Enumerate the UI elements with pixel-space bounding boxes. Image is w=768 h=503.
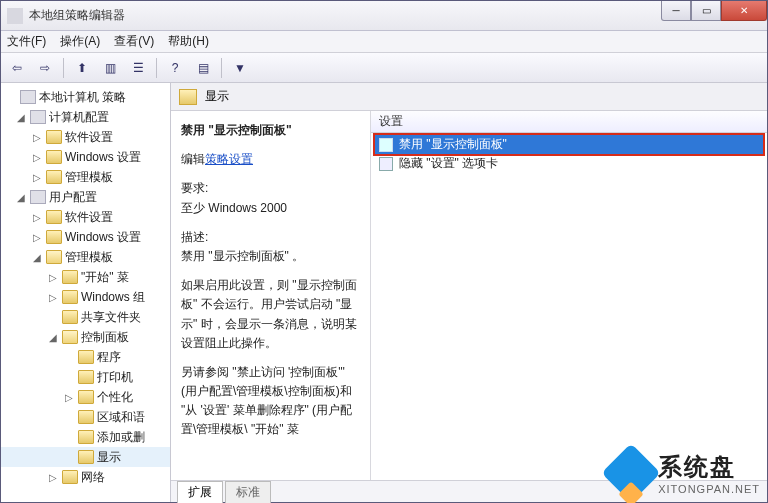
tree-computer-config[interactable]: ◢计算机配置 [1,107,170,127]
list-item-disable-display-cp[interactable]: 禁用 "显示控制面板" [375,135,763,154]
policy-item-icon [379,138,393,152]
tree-item[interactable]: 打印机 [1,367,170,387]
edit-policy-link[interactable]: 策略设置 [205,152,253,166]
policy-icon [20,90,36,104]
content-header: 显示 [171,83,767,111]
tree-item[interactable]: 区域和语 [1,407,170,427]
export-button[interactable]: ▤ [191,56,215,80]
filter-button[interactable]: ▼ [228,56,252,80]
view-tabs: 扩展 标准 [171,480,767,502]
tree-control-panel[interactable]: ◢控制面板 [1,327,170,347]
tree-display[interactable]: 显示 [1,447,170,467]
folder-icon [62,310,78,324]
folder-icon [46,230,62,244]
tree-item[interactable]: ▷Windows 设置 [1,147,170,167]
folder-icon [78,350,94,364]
menu-file[interactable]: 文件(F) [7,33,46,50]
tree-panel: 本地计算机 策略 ◢计算机配置 ▷软件设置 ▷Windows 设置 ▷管理模板 … [1,83,171,502]
description-panel: 禁用 "显示控制面板" 编辑策略设置 要求:至少 Windows 2000 描述… [171,111,371,480]
close-button[interactable]: ✕ [721,1,767,21]
desc-title: 禁用 "显示控制面板" [181,121,360,140]
menu-action[interactable]: 操作(A) [60,33,100,50]
tree-user-config[interactable]: ◢用户配置 [1,187,170,207]
computer-icon [30,110,46,124]
tree-item[interactable]: ▷Windows 组 [1,287,170,307]
folder-icon [62,290,78,304]
folder-icon [78,370,94,384]
menu-view[interactable]: 查看(V) [114,33,154,50]
folder-icon [78,410,94,424]
settings-list: 设置 禁用 "显示控制面板" 隐藏 "设置" 选项卡 [371,111,767,480]
desc-body2: 另请参阅 "禁止访问 '控制面板'" (用户配置\管理模板\控制面板)和 "从 … [181,363,360,440]
folder-icon [62,270,78,284]
tree-item[interactable]: 添加或删 [1,427,170,447]
folder-icon [46,150,62,164]
menubar: 文件(F) 操作(A) 查看(V) 帮助(H) [1,31,767,53]
window-title: 本地组策略编辑器 [29,7,125,24]
policy-item-icon [379,157,393,171]
toolbar: ⇦ ⇨ ⬆ ▥ ☰ ? ▤ ▼ [1,53,767,83]
tree-item[interactable]: ▷个性化 [1,387,170,407]
tree-root[interactable]: 本地计算机 策略 [1,87,170,107]
desc-body: 如果启用此设置，则 "显示控制面板" 不会运行。用户尝试启动 "显示" 时，会显… [181,276,360,353]
folder-icon [62,470,78,484]
folder-icon [46,170,62,184]
column-header-setting[interactable]: 设置 [371,111,767,133]
folder-icon [78,450,94,464]
desc-label: 描述: [181,230,208,244]
folder-icon [46,130,62,144]
tab-standard[interactable]: 标准 [225,481,271,503]
tree-item[interactable]: ▷软件设置 [1,127,170,147]
req-label: 要求: [181,181,208,195]
tree-item[interactable]: ◢管理模板 [1,247,170,267]
app-icon [7,8,23,24]
help-button[interactable]: ? [163,56,187,80]
content-title: 显示 [205,88,229,105]
titlebar: 本地组策略编辑器 ─ ▭ ✕ [1,1,767,31]
forward-button[interactable]: ⇨ [33,56,57,80]
tree-item[interactable]: ▷管理模板 [1,167,170,187]
tree-item[interactable]: 程序 [1,347,170,367]
menu-help[interactable]: 帮助(H) [168,33,209,50]
folder-open-icon [46,250,62,264]
tree-item[interactable]: ▷软件设置 [1,207,170,227]
user-icon [30,190,46,204]
list-item-hide-settings-tab[interactable]: 隐藏 "设置" 选项卡 [375,154,763,173]
show-hide-tree-button[interactable]: ▥ [98,56,122,80]
back-button[interactable]: ⇦ [5,56,29,80]
tree-item[interactable]: ▷"开始" 菜 [1,267,170,287]
req-value: 至少 Windows 2000 [181,201,287,215]
folder-icon [46,210,62,224]
properties-button[interactable]: ☰ [126,56,150,80]
tree-item[interactable]: ▷网络 [1,467,170,487]
tab-extended[interactable]: 扩展 [177,481,223,503]
folder-icon [78,430,94,444]
minimize-button[interactable]: ─ [661,1,691,21]
maximize-button[interactable]: ▭ [691,1,721,21]
tree-item[interactable]: 共享文件夹 [1,307,170,327]
folder-icon [78,390,94,404]
folder-icon [179,89,197,105]
folder-open-icon [62,330,78,344]
tree-item[interactable]: ▷Windows 设置 [1,227,170,247]
up-button[interactable]: ⬆ [70,56,94,80]
